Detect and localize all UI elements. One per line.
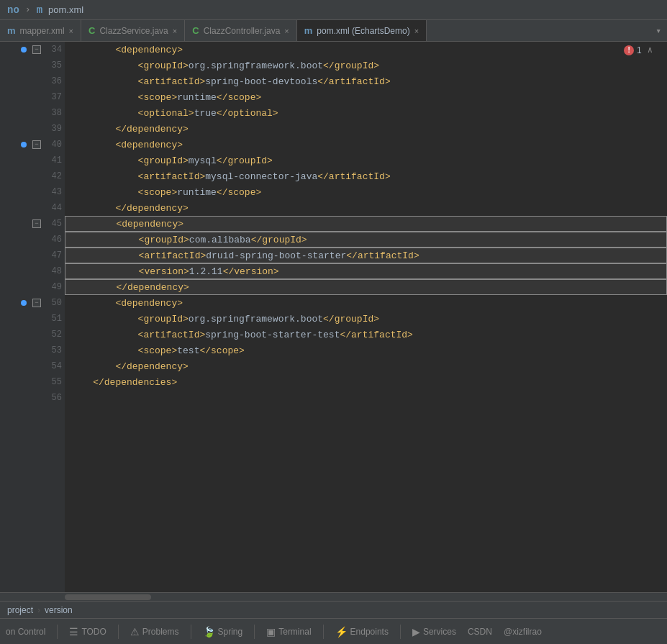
- tab-close-mapper[interactable]: ×: [69, 27, 73, 35]
- line-num-48: 48: [45, 266, 62, 276]
- gutter-row-56: 56: [0, 390, 65, 406]
- gutter-row-53: 53: [0, 343, 65, 358]
- todo-icon: ☰: [69, 626, 78, 638]
- gutter-fold-50[interactable]: −: [32, 298, 42, 308]
- line-num-46: 46: [45, 235, 62, 245]
- status-endpoints[interactable]: ⚡ Endpoints: [335, 626, 389, 638]
- tab-close-clazzservice[interactable]: ×: [173, 27, 177, 35]
- gutter-row-35: 35: [0, 58, 65, 73]
- gutter-row-38: 38: [0, 105, 65, 121]
- gutter-row-44: 44: [0, 200, 65, 216]
- csdn-label: CSDN: [468, 627, 492, 637]
- tab-close-pomxml[interactable]: ×: [414, 27, 419, 35]
- gutter-row-46: 46: [0, 232, 65, 248]
- code-content[interactable]: <dependency> <groupId>org.springframewor…: [65, 42, 667, 592]
- code-line-52: <artifactId>spring-boot-starter-test</ar…: [65, 327, 667, 343]
- gutter-row-54: 54: [0, 358, 65, 374]
- gutter-icon-40-blue: [19, 140, 29, 150]
- services-icon: ▶: [412, 626, 420, 638]
- tab-icon-clazzcontroller: C: [192, 25, 199, 36]
- collapse-button[interactable]: ∧: [645, 43, 655, 57]
- code-line-51: <groupId>org.springframework.boot</group…: [65, 311, 667, 327]
- gutter-fold-40[interactable]: −: [32, 140, 42, 150]
- status-spring[interactable]: 🍃 Spring: [203, 626, 243, 638]
- gutter-fold-45[interactable]: −: [32, 219, 42, 229]
- scrollbar-thumb[interactable]: [65, 594, 151, 600]
- line-num-47: 47: [45, 250, 62, 260]
- line-num-53: 53: [45, 345, 62, 355]
- line-num-38: 38: [45, 108, 62, 118]
- line-num-39: 39: [45, 124, 62, 134]
- gutter-fold-34[interactable]: −: [32, 45, 42, 55]
- code-line-46: <groupId>com.alibaba</groupId>: [65, 232, 667, 248]
- code-line-36: <artifactId>spring-boot-devtools</artifa…: [65, 73, 667, 89]
- code-line-53: <scope>test</scope>: [65, 343, 667, 358]
- gutter-row-47: 47: [0, 248, 65, 263]
- problems-icon: ⚠: [130, 626, 140, 638]
- code-area: ! 1 ∧ <dependency> <groupId>org.springfr…: [65, 42, 667, 592]
- tab-clazzcontroller[interactable]: C ClazzController.java ×: [185, 20, 297, 41]
- line-num-35: 35: [45, 60, 62, 71]
- gutter-row-51: 51: [0, 311, 65, 327]
- horizontal-scrollbar[interactable]: [0, 592, 667, 601]
- line-num-36: 36: [45, 76, 62, 86]
- gutter-row-36: 36: [0, 73, 65, 89]
- status-terminal[interactable]: ▣ Terminal: [266, 626, 311, 638]
- code-line-42: <artifactId>mysql-connector-java</artifa…: [65, 168, 667, 184]
- line-num-42: 42: [45, 171, 62, 181]
- breadcrumb-version: version: [45, 605, 73, 615]
- status-user[interactable]: @xizfilrao: [504, 627, 542, 637]
- tab-clazzservice[interactable]: C ClazzService.java ×: [81, 20, 185, 41]
- status-bar: on Control ☰ TODO ⚠ Problems 🍃 Spring ▣ …: [0, 618, 667, 644]
- status-separator-2: [118, 625, 119, 639]
- window-title: pom.xml: [48, 4, 83, 15]
- tab-mapper[interactable]: m mapper.xml ×: [0, 20, 81, 41]
- gutter-row-41: 41: [0, 153, 65, 168]
- tab-overflow-button[interactable]: ▾: [650, 20, 667, 41]
- code-line-48: <version>1.2.11</version>: [65, 263, 667, 279]
- gutter-row-50: − 50: [0, 295, 65, 311]
- title-separator: ›: [25, 4, 31, 15]
- terminal-icon: ▣: [266, 626, 276, 638]
- gutter-icon-34-blue: [19, 45, 29, 55]
- tab-close-clazzcontroller[interactable]: ×: [284, 27, 289, 35]
- terminal-label: Terminal: [278, 627, 311, 637]
- gutter-row-40: − 40: [0, 137, 65, 153]
- code-line-55: </dependencies>: [65, 374, 667, 390]
- gutter-row-37: 37: [0, 89, 65, 105]
- status-problems[interactable]: ⚠ Problems: [130, 626, 179, 638]
- app-icon: no: [7, 4, 19, 16]
- error-count: 1: [637, 45, 642, 55]
- status-todo[interactable]: ☰ TODO: [69, 626, 106, 638]
- gutter-row-43: 43: [0, 184, 65, 200]
- line-num-40: 40: [45, 140, 62, 150]
- code-line-45: <dependency>: [65, 216, 667, 232]
- status-services[interactable]: ▶ Services: [412, 626, 456, 638]
- line-num-55: 55: [45, 377, 62, 387]
- code-line-40: <dependency>: [65, 137, 667, 153]
- todo-label: TODO: [81, 627, 106, 637]
- status-separator-3: [191, 625, 191, 639]
- line-num-51: 51: [45, 314, 62, 324]
- tab-icon-pomxml: m: [304, 25, 313, 36]
- line-num-56: 56: [45, 393, 62, 403]
- status-separator-4: [254, 625, 255, 639]
- code-line-38: <optional>true</optional>: [65, 105, 667, 121]
- status-csdn[interactable]: CSDN: [468, 627, 492, 637]
- endpoints-icon: ⚡: [335, 626, 348, 638]
- tab-label-mapper: mapper.xml: [20, 26, 65, 36]
- code-line-41: <groupId>mysql</groupId>: [65, 153, 667, 168]
- line-num-54: 54: [45, 361, 62, 371]
- status-on-control[interactable]: on Control: [6, 627, 45, 637]
- services-label: Services: [423, 627, 456, 637]
- status-separator-1: [57, 625, 58, 639]
- code-line-35: <groupId>org.springframework.boot</group…: [65, 58, 667, 73]
- code-line-56: [65, 390, 667, 406]
- code-line-44: </dependency>: [65, 200, 667, 216]
- line-num-44: 44: [45, 203, 62, 213]
- breadcrumb: project › version: [0, 601, 667, 618]
- spring-label: Spring: [218, 627, 243, 637]
- tab-pomxml[interactable]: m pom.xml (EchartsDemo) ×: [297, 20, 427, 41]
- gutter-row-55: 55: [0, 374, 65, 390]
- file-type-icon: m: [37, 4, 42, 16]
